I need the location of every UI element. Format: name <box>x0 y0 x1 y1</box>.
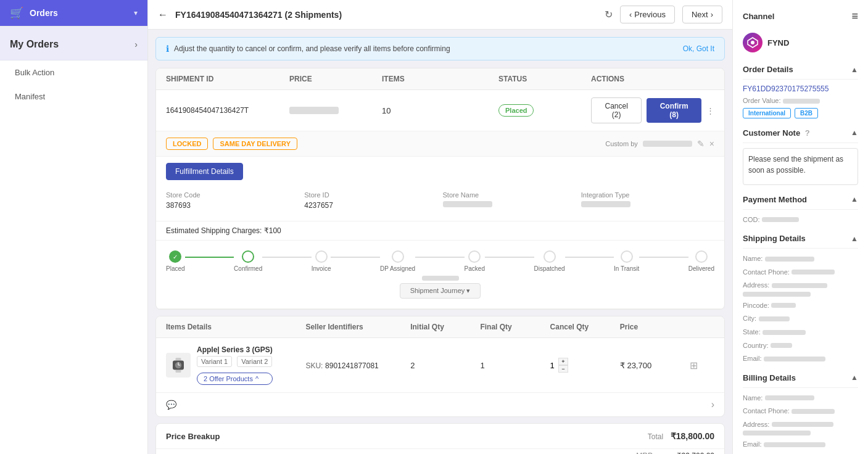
store-code-cell: Store Code 387693 <box>166 191 299 210</box>
col-item-price: Price <box>620 323 690 331</box>
more-options-icon[interactable]: ⋮ <box>706 106 714 115</box>
panel-menu-icon[interactable]: ≡ <box>851 10 858 23</box>
shipping-email-row: Email: <box>743 353 858 363</box>
info-ok-button[interactable]: Ok, Got It <box>683 44 714 53</box>
step-circle-invoice <box>315 250 328 263</box>
step-circle-confirmed <box>242 250 254 263</box>
items-expand-icon[interactable]: › <box>711 399 714 410</box>
col-items: Items <box>382 75 498 83</box>
topbar: ← FY16419084540471364271 (2 Shipments) ↻… <box>148 0 732 30</box>
billing-details-header: Billing Details ▲ <box>743 373 858 388</box>
item-variant-1: Variant 1 <box>197 356 232 367</box>
item-variant-2: Variant 2 <box>237 356 272 367</box>
next-button[interactable]: Next › <box>682 6 722 23</box>
shipping-details-title: Shipping Details <box>743 234 806 243</box>
col-shipment-id: Shipment ID <box>166 75 289 83</box>
shipping-phone-label: Contact Phone: <box>743 268 790 276</box>
step-in-transit: In Transit <box>614 250 639 272</box>
sidebar-item-manifest[interactable]: Manifest <box>0 85 147 109</box>
payment-toggle[interactable]: ▲ <box>851 195 858 204</box>
previous-button[interactable]: ‹ Previous <box>620 6 675 23</box>
store-name-cell: Store Name <box>443 191 576 210</box>
billing-address-blur <box>772 422 833 427</box>
fulfillment-button[interactable]: Fulfillment Details <box>166 163 243 180</box>
customer-note-label: Customer Note <box>743 128 800 138</box>
cancel-button[interactable]: Cancel (2) <box>591 97 642 123</box>
cart-icon: 🛒 <box>10 6 23 20</box>
col-seller-id: Seller Identifiers <box>305 323 410 331</box>
payment-method-header: Payment Method ▲ <box>743 195 858 210</box>
col-status: Status <box>498 75 591 83</box>
shipping-country-row: Country: <box>743 340 858 350</box>
prev-chevron-icon: ‹ <box>629 10 632 19</box>
items-comment-icon[interactable]: 💬 <box>166 400 176 410</box>
order-id-link[interactable]: FY61DD92370175275555 <box>743 85 858 93</box>
connector-5 <box>485 250 534 258</box>
item-row: Apple| Series 3 (GPS) Variant 1 Variant … <box>156 338 724 393</box>
connector-6 <box>565 250 614 258</box>
step-line-4 <box>415 257 465 258</box>
my-orders-arrow-icon: › <box>134 39 138 49</box>
shipment-actions: Cancel (2) Confirm (8) ⋮ <box>591 97 714 123</box>
customer-note-box: Please send the shipment as soon as poss… <box>743 148 858 185</box>
tag-international: International <box>743 108 791 118</box>
tags-right: Custom by ✎ × <box>605 139 714 149</box>
progress-sublabel-blur <box>422 276 459 281</box>
billing-address-label: Address: <box>743 421 769 428</box>
qty-increment-button[interactable]: + <box>558 358 568 365</box>
customer-note-toggle[interactable]: ▲ <box>851 128 858 137</box>
sidebar-orders-label: Orders <box>30 8 128 18</box>
item-details-icon[interactable]: ⊞ <box>690 360 714 371</box>
sidebar: 🛒 Orders ▾ My Orders › Bulk Action Manif… <box>0 0 148 454</box>
shipping-address-blur <box>772 283 827 288</box>
item-price-cell: ₹ 23,700 <box>620 361 690 370</box>
fulfillment-grid: Store Code 387693 Store ID 4237657 Store… <box>166 186 714 215</box>
tag-close-icon[interactable]: × <box>709 139 714 149</box>
customer-note-section: Customer Note ? ▲ Please send the shipme… <box>743 128 858 185</box>
billing-name-label: Name: <box>743 394 763 402</box>
shipment-journey-button[interactable]: Shipment Journey ▾ <box>400 283 481 299</box>
step-circle-transit <box>621 250 633 263</box>
shipping-charges: Estimated Shipping Charges: ₹100 <box>156 221 724 241</box>
shipping-email-label: Email: <box>743 355 762 362</box>
qty-decrement-button[interactable]: − <box>558 365 568 373</box>
watch-svg <box>169 356 188 374</box>
shipping-toggle[interactable]: ▲ <box>851 234 858 243</box>
price-card: Price Breakup Total ₹18,800.00 MRP ₹23,7… <box>155 423 725 454</box>
billing-email-label: Email: <box>743 440 762 448</box>
right-panel: Channel ≡ FYND Order Details ▲ FY61DD923… <box>732 0 868 454</box>
tag-b2b: B2B <box>795 108 818 118</box>
offer-badge[interactable]: 2 Offer Products ^ <box>197 373 273 385</box>
step-label-packed: Packed <box>465 265 485 272</box>
step-line-2 <box>262 257 312 258</box>
shipping-details-header: Shipping Details ▲ <box>743 234 858 249</box>
shipping-city-row: City: <box>743 313 858 323</box>
billing-email-blur <box>764 442 825 447</box>
progress-section: ✓ Placed Confirmed <box>156 241 724 309</box>
sidebar-item-bulk-action[interactable]: Bulk Action <box>0 60 147 85</box>
sidebar-my-orders[interactable]: My Orders › <box>0 27 147 60</box>
tag-edit-icon[interactable]: ✎ <box>697 139 705 149</box>
store-code-value: 387693 <box>166 201 299 210</box>
next-chevron-icon: › <box>711 10 713 19</box>
back-button[interactable]: ← <box>158 9 168 20</box>
fynd-logo-svg <box>746 36 759 49</box>
billing-toggle[interactable]: ▲ <box>851 373 858 382</box>
confirm-button[interactable]: Confirm (8) <box>647 98 701 123</box>
shipment-status-cell: Placed <box>498 104 591 117</box>
billing-email-row: Email: <box>743 439 858 449</box>
payment-method-title: Payment Method <box>743 195 807 204</box>
shipping-name-label: Name: <box>743 255 763 262</box>
store-id-cell: Store ID 4237657 <box>304 191 437 210</box>
seller-id-cell: SKU: 8901241877081 <box>305 361 410 370</box>
shipment-id-value: 1641908454047136427T <box>166 106 289 115</box>
refresh-icon[interactable]: ↻ <box>605 9 613 20</box>
step-delivered: Delivered <box>688 250 714 272</box>
shipping-email-blur <box>764 357 825 361</box>
order-details-toggle[interactable]: ▲ <box>851 65 858 74</box>
price-breakup-title: Price Breakup <box>166 432 220 441</box>
my-orders-label: My Orders <box>10 39 59 50</box>
cancel-qty-value: 1 <box>550 361 555 370</box>
tags-row: LOCKED SAME DAY DELIVERY Custom by ✎ × <box>156 131 724 157</box>
integration-blur <box>581 201 630 207</box>
